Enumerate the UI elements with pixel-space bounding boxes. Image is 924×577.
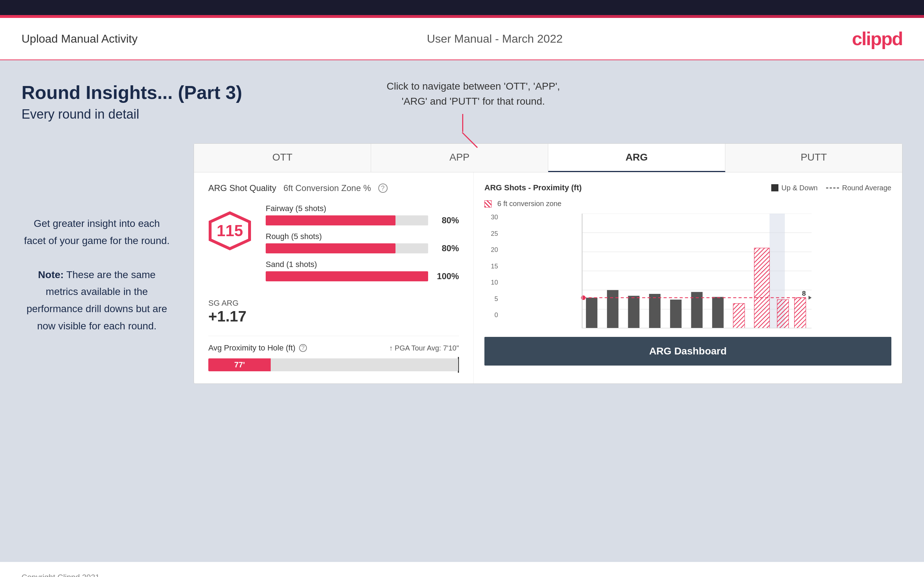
y-label-25: 25 (486, 230, 498, 238)
tab-putt[interactable]: PUTT (725, 144, 902, 172)
chart-panel: ARG Shots - Proximity (ft) Up & Down Rou… (474, 172, 902, 384)
sand-pct: 100% (434, 271, 459, 281)
fairway-bar-fill (266, 215, 396, 226)
sand-label: Sand (1 shots) (266, 260, 459, 269)
bar-row-sand: Sand (1 shots) 100% (266, 260, 459, 281)
proximity-bar-fill: 77' (208, 358, 271, 371)
rough-bar-fill (266, 243, 396, 253)
legend-hatched-icon (485, 200, 491, 208)
rough-track: 80% (266, 243, 459, 253)
y-axis: 30 25 20 15 10 5 0 (486, 214, 498, 319)
copyright-text: Copyright Clippd 2021 (21, 573, 100, 577)
shot-quality-label: ARG Shot Quality (208, 183, 276, 193)
left-description: Get greater insight into each facet of y… (21, 143, 172, 384)
chart-title: ARG Shots - Proximity (ft) (485, 183, 582, 192)
chart-header: ARG Shots - Proximity (ft) Up & Down Rou… (485, 183, 892, 192)
chart-bar-5 (670, 300, 682, 328)
help-icon[interactable]: ? (378, 184, 388, 193)
proximity-label-text: Avg Proximity to Hole (ft) (208, 343, 296, 353)
y-label-30: 30 (486, 214, 498, 221)
chart-bar-4 (649, 294, 661, 328)
arrow-v (462, 114, 463, 132)
chart-legend: Up & Down Round Average (771, 184, 892, 192)
main-content: Round Insights... (Part 3) Every round i… (0, 60, 924, 562)
sand-track: 100% (266, 271, 459, 281)
annotation-area: Click to navigate between 'OTT', 'APP','… (366, 79, 581, 132)
bar-rows: Fairway (5 shots) 80% (266, 204, 459, 288)
proximity-area: Avg Proximity to Hole (ft) ? ↑ PGA Tour … (208, 336, 459, 373)
y-label-20: 20 (486, 246, 498, 254)
legend-conversion-zone: 6 ft conversion zone (485, 200, 892, 208)
top-bar-accent (0, 15, 924, 18)
stats-header: ARG Shot Quality 6ft Conversion Zone % ? (208, 183, 459, 193)
fairway-bar-bg (266, 215, 428, 226)
rough-bar-bg (266, 243, 428, 253)
stats-panel: ARG Shot Quality 6ft Conversion Zone % ?… (194, 172, 474, 384)
legend-round-avg-label: Round Average (842, 184, 892, 192)
tab-ott[interactable]: OTT (194, 144, 371, 172)
rough-label: Rough (5 shots) (266, 232, 459, 241)
hexagon-badge: 115 (208, 211, 251, 250)
ref-line-label: 8 (802, 290, 806, 297)
bar-row-rough: Rough (5 shots) 80% (266, 232, 459, 253)
fairway-pct: 80% (434, 215, 459, 226)
pga-avg-label: ↑ PGA Tour Avg: 7'10" (389, 344, 459, 352)
chart-bar-9-hatched (754, 248, 770, 328)
fairway-label: Fairway (5 shots) (266, 204, 459, 213)
header: Upload Manual Activity User Manual - Mar… (0, 18, 924, 60)
proximity-label: Avg Proximity to Hole (ft) ? (208, 343, 307, 353)
y-label-5: 5 (486, 295, 498, 303)
annotation-text: Click to navigate between 'OTT', 'APP','… (366, 79, 581, 109)
chart-svg: 8 (502, 214, 892, 328)
logo: clippd (852, 28, 903, 50)
legend-6ft-label: 6 ft conversion zone (497, 200, 562, 208)
sg-label: SG ARG (208, 298, 459, 308)
bar-row-fairway: Fairway (5 shots) 80% (266, 204, 459, 226)
top-bar (0, 0, 924, 18)
legend-dashed-icon (826, 187, 839, 189)
footer: Copyright Clippd 2021 (0, 562, 924, 577)
hex-bar-area: 115 Fairway (5 shots) (208, 204, 459, 288)
tab-arg[interactable]: ARG (548, 144, 725, 172)
sand-bar-fill (266, 271, 428, 281)
chart-bar-2 (607, 290, 619, 328)
proximity-help-icon[interactable]: ? (299, 344, 307, 352)
chart-bar-11-hatched (795, 298, 806, 328)
sg-area: SG ARG +1.17 (208, 298, 459, 325)
chart-bar-7 (712, 297, 724, 328)
tab-app[interactable]: APP (371, 144, 548, 172)
y-label-10: 10 (486, 279, 498, 286)
chart-bar-8-hatched (733, 303, 745, 328)
left-desc-text: Get greater insight into each facet of y… (21, 215, 172, 334)
conversion-zone-label: 6ft Conversion Zone % (283, 183, 371, 193)
legend-up-down: Up & Down (771, 184, 817, 192)
chart-bar-1 (586, 298, 598, 328)
upload-label: Upload Manual Activity (21, 32, 138, 45)
legend-square-icon (771, 184, 779, 191)
panel-content: ARG Shot Quality 6ft Conversion Zone % ?… (194, 172, 902, 384)
legend-up-down-label: Up & Down (781, 184, 817, 192)
chart-container: 30 25 20 15 10 5 0 (502, 214, 892, 330)
legend-round-avg: Round Average (826, 184, 892, 192)
dashboard-panel: OTT APP ARG PUTT ARG Shot Quality 6ft Co… (194, 143, 903, 384)
proximity-bar-track: 77' (208, 357, 459, 373)
manual-label: User Manual - March 2022 (427, 32, 562, 45)
arg-dashboard-button[interactable]: ARG Dashboard (485, 337, 892, 366)
note-label: Note: (38, 269, 64, 280)
proximity-header: Avg Proximity to Hole (ft) ? ↑ PGA Tour … (208, 343, 459, 353)
fairway-track: 80% (266, 215, 459, 226)
hexagon-value: 115 (216, 222, 243, 240)
chart-bar-10-hatched (777, 300, 789, 328)
y-label-15: 15 (486, 263, 498, 270)
sg-value: +1.17 (208, 308, 459, 325)
sand-bar-bg (266, 271, 428, 281)
chart-bar-3 (628, 296, 640, 328)
proximity-value: 77' (234, 360, 245, 369)
ref-line-arrow (809, 296, 812, 300)
rough-pct: 80% (434, 243, 459, 253)
tabs-container: OTT APP ARG PUTT (194, 144, 902, 172)
y-label-0: 0 (486, 311, 498, 319)
proximity-bar-bg: 77' (208, 358, 458, 371)
